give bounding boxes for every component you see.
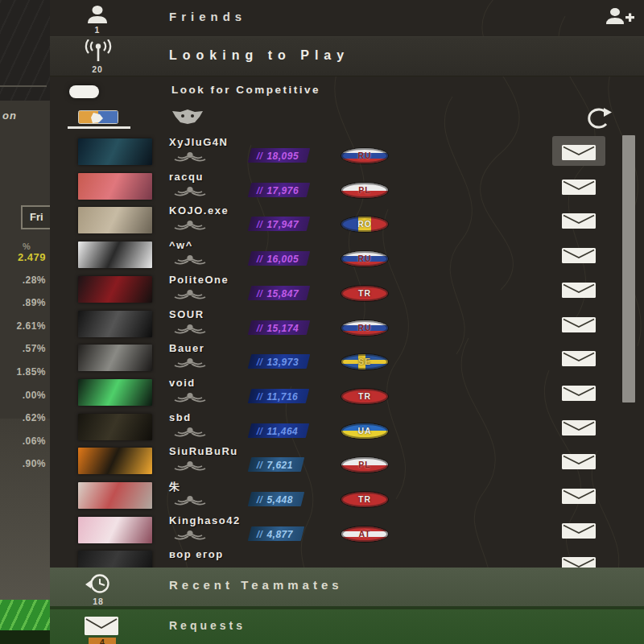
requests-label: Requests bbox=[169, 619, 246, 632]
friend-row[interactable]: SOUR //15,174 RU bbox=[50, 308, 644, 343]
country-code: PL bbox=[341, 457, 388, 473]
rating-slashes: // bbox=[257, 494, 263, 506]
premier-wreath-icon bbox=[171, 150, 208, 163]
broadcast-icon bbox=[81, 39, 115, 64]
rating-value: 17,976 bbox=[266, 185, 299, 196]
friend-avatar[interactable] bbox=[78, 207, 152, 233]
background-percent-value: .89% bbox=[0, 297, 46, 308]
friend-row[interactable]: XyJluG4N //18,095 RU bbox=[50, 136, 644, 171]
friend-avatar[interactable] bbox=[78, 345, 152, 371]
friend-name: Kinghaso42 bbox=[169, 514, 241, 526]
requests-row[interactable] bbox=[50, 609, 644, 644]
tab-competitive[interactable] bbox=[171, 109, 204, 125]
friend-avatar[interactable] bbox=[78, 173, 152, 200]
message-button[interactable] bbox=[562, 454, 596, 469]
background-column-header: % bbox=[23, 242, 31, 251]
message-button[interactable] bbox=[562, 489, 596, 504]
friend-avatar[interactable] bbox=[78, 276, 152, 303]
rating-value: 11,464 bbox=[266, 426, 298, 437]
friend-name: ^w^ bbox=[169, 239, 193, 251]
message-button[interactable] bbox=[562, 283, 596, 298]
friends-online-count: 1 bbox=[85, 25, 110, 35]
friend-row[interactable]: 朱 //5,448 TR bbox=[50, 480, 644, 514]
background-percent-value: 2.61% bbox=[0, 320, 46, 332]
recent-teammates-row[interactable] bbox=[50, 568, 644, 606]
friend-name: void bbox=[169, 377, 196, 389]
friends-count-icon bbox=[85, 4, 110, 25]
premier-wreath-icon bbox=[171, 459, 208, 472]
country-flag-badge: TR bbox=[341, 286, 388, 301]
look-for-competitive-label: Look for Competitive bbox=[171, 84, 320, 96]
rating-slashes: // bbox=[257, 288, 263, 299]
friend-avatar[interactable] bbox=[78, 379, 152, 406]
premier-rating-badge: //11,716 bbox=[248, 389, 310, 403]
message-button[interactable] bbox=[562, 145, 596, 160]
friend-avatar[interactable] bbox=[78, 138, 152, 165]
friend-avatar[interactable] bbox=[78, 311, 152, 337]
premier-wreath-icon bbox=[171, 218, 208, 231]
background-percent-value: .57% bbox=[0, 343, 46, 354]
friend-avatar[interactable] bbox=[78, 448, 152, 474]
rating-slashes: // bbox=[257, 151, 263, 162]
premier-rating-badge: //15,174 bbox=[248, 320, 311, 335]
friend-row[interactable]: Kinghaso42 //4,877 AT bbox=[50, 514, 644, 549]
recent-teammates-count: 18 bbox=[83, 597, 114, 606]
friend-row[interactable]: void //11,716 TR bbox=[50, 377, 644, 411]
friend-avatar[interactable] bbox=[78, 517, 152, 543]
country-flag-badge: RU bbox=[341, 251, 388, 266]
friend-avatar[interactable] bbox=[78, 414, 152, 440]
friend-name: SOUR bbox=[169, 308, 204, 320]
message-button[interactable] bbox=[562, 420, 596, 436]
friend-row[interactable]: racqu //17,976 PL bbox=[50, 171, 644, 205]
friend-name: racqu bbox=[169, 171, 204, 183]
country-flag-badge: UA bbox=[341, 423, 388, 439]
refresh-icon[interactable] bbox=[583, 107, 612, 131]
friend-avatar[interactable] bbox=[78, 482, 152, 509]
rating-value: 17,947 bbox=[266, 219, 299, 230]
friend-row[interactable]: sbd //11,464 UA bbox=[50, 411, 644, 446]
message-button[interactable] bbox=[562, 317, 596, 332]
premier-wreath-icon bbox=[171, 184, 208, 197]
premier-rating-badge: //4,877 bbox=[248, 526, 305, 541]
background-percent-value: .06% bbox=[0, 436, 46, 447]
page-title: Friends bbox=[169, 10, 246, 23]
tab-premier[interactable] bbox=[78, 110, 118, 124]
premier-wreath-icon bbox=[171, 528, 208, 541]
requests-count-badge: 4 bbox=[89, 638, 116, 644]
add-friend-button[interactable] bbox=[604, 6, 636, 27]
premier-rating-badge: //17,976 bbox=[248, 183, 311, 197]
message-button[interactable] bbox=[562, 248, 596, 263]
message-button[interactable] bbox=[562, 523, 596, 539]
friend-row[interactable]: SiuRuBuRu //7,621 PL bbox=[50, 445, 644, 480]
friend-row[interactable]: Bauer //13,973 SE bbox=[50, 342, 644, 377]
country-code: TR bbox=[341, 389, 388, 404]
country-code: SE bbox=[341, 354, 388, 369]
premier-rating-badge: //15,847 bbox=[248, 286, 311, 300]
scrollbar-thumb[interactable] bbox=[622, 135, 635, 402]
country-flag-badge: RU bbox=[341, 148, 388, 163]
cs2-friends-screen: on Fri % 2.479.28%.89%2.61%.57%1.85%.00%… bbox=[0, 0, 644, 644]
country-code: RU bbox=[341, 251, 388, 266]
rating-value: 13,973 bbox=[266, 357, 299, 368]
left-strip-bottom bbox=[0, 630, 50, 644]
look-for-competitive-toggle[interactable] bbox=[69, 85, 99, 98]
message-button[interactable] bbox=[562, 386, 596, 401]
premier-wreath-icon bbox=[171, 287, 208, 300]
rating-slashes: // bbox=[257, 529, 263, 540]
looking-to-play-count: 20 bbox=[81, 64, 114, 74]
background-percent-value: .00% bbox=[0, 390, 46, 401]
friend-row[interactable]: PoliteOne //15,847 TR bbox=[50, 274, 644, 308]
message-button[interactable] bbox=[562, 180, 596, 195]
premier-wreath-icon bbox=[171, 493, 208, 506]
friend-row[interactable]: ^w^ //16,005 RU bbox=[50, 239, 644, 274]
rating-slashes: // bbox=[257, 391, 263, 402]
background-percent-value: 1.85% bbox=[0, 366, 46, 378]
requests-envelope-icon bbox=[85, 617, 118, 635]
friend-name: KOJO.exe bbox=[169, 204, 229, 217]
message-button[interactable] bbox=[562, 213, 596, 229]
message-button[interactable] bbox=[562, 351, 596, 366]
rating-slashes: // bbox=[257, 323, 263, 334]
friend-row[interactable]: KOJO.exe //17,947 RO bbox=[50, 204, 644, 239]
friend-avatar[interactable] bbox=[78, 242, 152, 268]
premier-wreath-icon bbox=[171, 253, 208, 266]
